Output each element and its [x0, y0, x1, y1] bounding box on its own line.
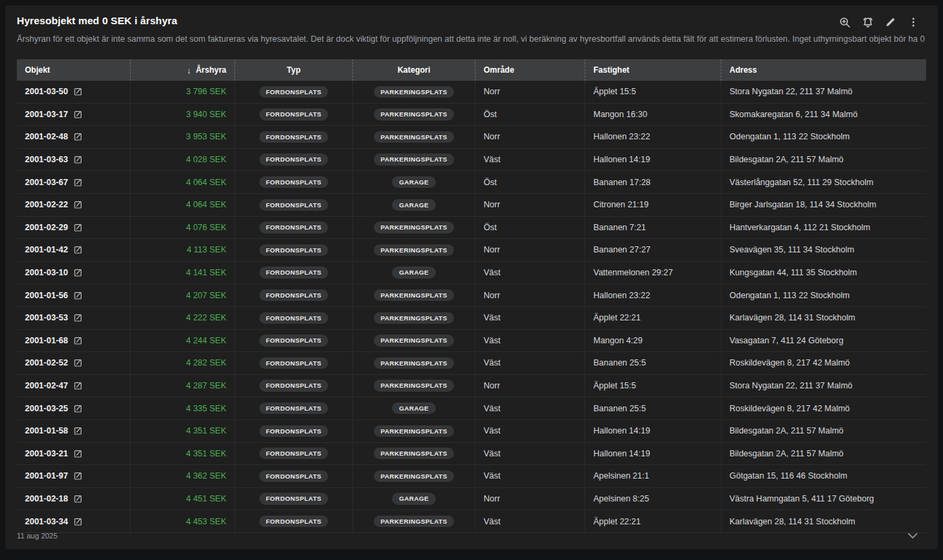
- edit-note-icon[interactable]: [74, 472, 82, 480]
- object-cell: 2001-01-68: [17, 330, 130, 352]
- table-row[interactable]: 2001-01-42 4 113 SEK FORDONSPLATS PARKER…: [17, 239, 926, 262]
- category-badge: PARKERINGSPLATS: [374, 153, 454, 165]
- bell-icon[interactable]: [861, 16, 874, 28]
- table-row[interactable]: 2001-03-10 4 141 SEK FORDONSPLATS GARAGE…: [17, 262, 926, 285]
- edit-note-icon[interactable]: [74, 246, 82, 254]
- address-cell: Västra Hamngatan 5, 411 17 Göteborg: [721, 488, 926, 510]
- column-header-typ[interactable]: Typ: [234, 59, 352, 81]
- table-row[interactable]: 2001-03-17 3 940 SEK FORDONSPLATS PARKER…: [17, 104, 926, 127]
- object-id: 2001-03-17: [25, 110, 68, 119]
- edit-note-icon[interactable]: [74, 314, 82, 322]
- panel-toolbar: [839, 15, 926, 28]
- kebab-menu-icon[interactable]: [907, 16, 919, 28]
- address-cell: Vasagatan 7, 411 24 Göteborg: [721, 330, 926, 352]
- panel-header: Hyresobjekt med 0 SEK i årshyra: [5, 5, 938, 44]
- table-row[interactable]: 2001-02-29 4 076 SEK FORDONSPLATS PARKER…: [17, 217, 926, 240]
- object-id: 2001-02-47: [25, 381, 68, 390]
- area-cell: Norr: [475, 239, 585, 261]
- edit-note-icon[interactable]: [74, 155, 82, 164]
- category-badge: PARKERINGSPLATS: [374, 516, 454, 527]
- area-cell: Norr: [475, 375, 585, 397]
- edit-note-icon[interactable]: [74, 201, 82, 209]
- type-badge: FORDONSPLATS: [259, 267, 329, 278]
- type-badge: FORDONSPLATS: [259, 357, 329, 369]
- area-cell: Väst: [475, 262, 585, 284]
- column-header-kategori[interactable]: Kategori: [352, 59, 475, 81]
- column-header-adress[interactable]: Adress: [721, 59, 926, 81]
- edit-note-icon[interactable]: [74, 133, 82, 141]
- type-cell: FORDONSPLATS: [234, 81, 352, 103]
- object-cell: 2001-01-97: [17, 465, 130, 487]
- edit-note-icon[interactable]: [74, 88, 82, 96]
- edit-note-icon[interactable]: [74, 382, 82, 390]
- object-id: 2001-01-58: [25, 426, 68, 435]
- edit-note-icon[interactable]: [74, 359, 82, 367]
- address-cell: Stora Nygatan 22, 211 37 Malmö: [721, 375, 926, 397]
- category-badge: PARKERINGSPLATS: [374, 221, 454, 233]
- area-cell: Norr: [475, 284, 585, 306]
- edit-pencil-icon[interactable]: [884, 16, 897, 28]
- property-cell: Hallonen 23:22: [585, 126, 721, 148]
- property-cell: Äpplet 15:5: [585, 81, 721, 103]
- object-cell: 2001-03-63: [17, 149, 130, 171]
- area-cell: Väst: [475, 352, 585, 374]
- column-header-omrade[interactable]: Område: [475, 59, 585, 81]
- table-row[interactable]: 2001-03-50 3 796 SEK FORDONSPLATS PARKER…: [17, 81, 926, 104]
- object-id: 2001-03-25: [25, 404, 68, 413]
- category-badge: PARKERINGSPLATS: [374, 380, 454, 391]
- table-row[interactable]: 2001-03-25 4 335 SEK FORDONSPLATS GARAGE…: [17, 397, 926, 420]
- table-row[interactable]: 2001-02-47 4 287 SEK FORDONSPLATS PARKER…: [17, 375, 926, 398]
- category-cell: PARKERINGSPLATS: [352, 149, 475, 171]
- column-header-fastighet[interactable]: Fastighet: [585, 59, 721, 81]
- annual-rent-value: 4 076 SEK: [130, 217, 234, 239]
- object-id: 2001-03-67: [25, 178, 68, 187]
- category-badge: GARAGE: [392, 176, 435, 188]
- chevron-down-icon[interactable]: [904, 527, 921, 545]
- area-cell: Norr: [475, 488, 585, 510]
- table-row[interactable]: 2001-03-53 4 222 SEK FORDONSPLATS PARKER…: [17, 307, 926, 330]
- table-row[interactable]: 2001-02-52 4 282 SEK FORDONSPLATS PARKER…: [17, 352, 926, 375]
- edit-note-icon[interactable]: [74, 110, 82, 118]
- property-cell: Bananen 25:5: [585, 352, 721, 374]
- type-badge: FORDONSPLATS: [259, 380, 329, 391]
- column-header-arshyra[interactable]: ↓ Årshyra: [130, 59, 234, 81]
- edit-note-icon[interactable]: [74, 405, 82, 413]
- panel-description: Årshyran för ett objekt är inte samma so…: [17, 34, 926, 44]
- table-row[interactable]: 2001-01-68 4 244 SEK FORDONSPLATS PARKER…: [17, 330, 926, 353]
- type-cell: FORDONSPLATS: [234, 126, 352, 148]
- type-badge: FORDONSPLATS: [259, 86, 329, 98]
- address-cell: Roskildevägen 8, 217 42 Malmö: [721, 397, 926, 419]
- table-row[interactable]: 2001-03-67 4 064 SEK FORDONSPLATS GARAGE…: [17, 171, 926, 194]
- edit-note-icon[interactable]: [74, 450, 82, 458]
- column-header-objekt[interactable]: Objekt: [17, 59, 130, 81]
- category-cell: GARAGE: [352, 171, 475, 193]
- table-row[interactable]: 2001-03-63 4 028 SEK FORDONSPLATS PARKER…: [17, 149, 926, 172]
- type-badge: FORDONSPLATS: [259, 516, 329, 527]
- area-cell: Väst: [475, 443, 585, 465]
- property-cell: Bananen 27:27: [585, 239, 721, 261]
- edit-note-icon[interactable]: [74, 495, 82, 503]
- table-row[interactable]: 2001-01-56 4 207 SEK FORDONSPLATS PARKER…: [17, 284, 926, 307]
- type-cell: FORDONSPLATS: [234, 420, 352, 442]
- zoom-in-icon[interactable]: [839, 16, 851, 28]
- type-badge: FORDONSPLATS: [259, 289, 329, 301]
- edit-note-icon[interactable]: [74, 518, 82, 526]
- table-row[interactable]: 2001-01-58 4 351 SEK FORDONSPLATS PARKER…: [17, 420, 926, 443]
- edit-note-icon[interactable]: [74, 269, 82, 277]
- table-row[interactable]: 2001-02-22 4 064 SEK FORDONSPLATS GARAGE…: [17, 194, 926, 217]
- table-row[interactable]: 2001-02-18 4 451 SEK FORDONSPLATS GARAGE…: [17, 488, 926, 511]
- edit-note-icon[interactable]: [74, 178, 82, 186]
- edit-note-icon[interactable]: [74, 337, 82, 345]
- category-badge: PARKERINGSPLATS: [374, 425, 454, 437]
- category-badge: GARAGE: [392, 267, 435, 278]
- property-cell: Hallonen 14:19: [585, 443, 721, 465]
- edit-note-icon[interactable]: [74, 427, 82, 435]
- table-row[interactable]: 2001-01-97 4 362 SEK FORDONSPLATS PARKER…: [17, 465, 926, 488]
- property-cell: Citronen 21:19: [585, 194, 721, 216]
- table-row[interactable]: 2001-03-21 4 351 SEK FORDONSPLATS PARKER…: [17, 443, 926, 466]
- category-badge: PARKERINGSPLATS: [374, 312, 454, 324]
- edit-note-icon[interactable]: [74, 223, 82, 232]
- table-row[interactable]: 2001-02-48 3 953 SEK FORDONSPLATS PARKER…: [17, 126, 926, 149]
- edit-note-icon[interactable]: [74, 291, 82, 300]
- type-badge: FORDONSPLATS: [259, 425, 329, 437]
